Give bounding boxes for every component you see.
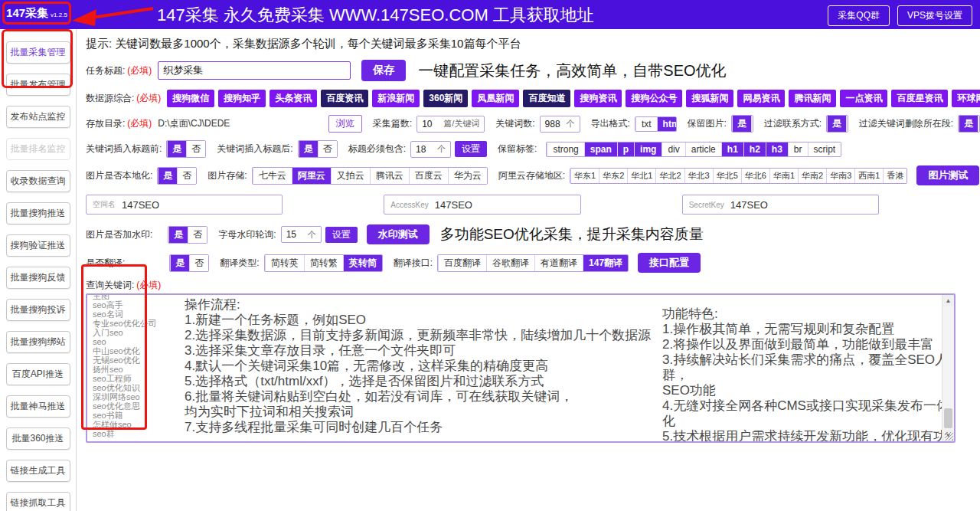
sidebar-item[interactable]: 批量排名监控 [6, 138, 70, 160]
translate-option[interactable]: 是 [170, 255, 189, 271]
image-storage-provider[interactable]: 腾讯云 [370, 168, 409, 184]
resize-grip-icon[interactable] [945, 432, 953, 441]
scroll-up-icon[interactable]: ▲ [942, 295, 954, 306]
filter-contact-option[interactable]: 否 [846, 116, 848, 132]
sidebar-item[interactable]: 收录数据查询 [6, 170, 70, 192]
sidebar-item[interactable]: 批量采集管理 [6, 41, 70, 64]
data-source-tag[interactable]: 腾讯新闻 [789, 90, 836, 107]
translate-api-option[interactable]: 百度翻译 [438, 255, 486, 271]
image-test-button[interactable]: 图片测试 [916, 165, 979, 185]
insert-after-option[interactable]: 否 [318, 141, 337, 157]
task-title-input[interactable] [158, 61, 351, 80]
insert-before-option[interactable]: 否 [186, 141, 205, 157]
filter-keyword-option[interactable]: 是 [959, 116, 978, 132]
image-storage-provider[interactable]: 华为云 [448, 168, 487, 184]
image-storage-provider[interactable]: 七牛云 [253, 168, 292, 184]
keep-tag-option[interactable]: img [634, 142, 662, 156]
sidebar-item[interactable]: 批量发布管理 [6, 74, 70, 96]
keep-tag-option[interactable]: h2 [743, 142, 766, 156]
sidebar-item[interactable]: 批量360推送 [6, 427, 70, 450]
data-source-tag[interactable]: 网易资讯 [737, 90, 785, 107]
data-source-tag[interactable]: 环球网 [952, 90, 980, 107]
storage-region-option[interactable]: 华北2 [655, 169, 684, 183]
sidebar-item[interactable]: 链接生成工具 [6, 460, 70, 482]
credential-input[interactable]: 空间名 147SEO [86, 195, 283, 215]
keep-tag-option[interactable]: script [808, 142, 841, 156]
scrollbar-thumb[interactable] [944, 408, 952, 428]
data-source-tag[interactable]: 百度星资讯 [891, 90, 948, 107]
scrollbar-track[interactable]: ▲ ▼ [942, 295, 954, 441]
translate-api-option[interactable]: 谷歌翻译 [486, 255, 534, 271]
watermark-option[interactable]: 否 [188, 227, 207, 243]
pages-count-input[interactable]: 10 篇/关键词 [416, 116, 485, 133]
storage-region-option[interactable]: 华北3 [684, 169, 713, 183]
data-source-tag[interactable]: 搜狗资讯 [574, 90, 622, 107]
browse-button[interactable]: 浏览 [328, 115, 362, 133]
filter-contact-option[interactable]: 是 [827, 116, 846, 132]
keep-tag-option[interactable]: span [584, 142, 617, 156]
data-source-tag[interactable]: 百度知道 [523, 90, 570, 107]
keep-tag-option[interactable]: strong [547, 142, 583, 156]
data-source-tag[interactable]: 搜狗知乎 [218, 90, 266, 107]
image-storage-provider[interactable]: 又拍云 [331, 168, 370, 184]
data-source-tag[interactable]: 头条资讯 [270, 90, 317, 107]
keep-tag-option[interactable]: p [617, 142, 634, 156]
image-localize-option[interactable]: 否 [177, 168, 196, 184]
keep-image-option[interactable]: 是 [732, 116, 751, 132]
credential-input[interactable]: SecretKey 147SEO [682, 195, 879, 215]
storage-region-option[interactable]: 华北6 [741, 169, 769, 183]
export-format-option[interactable]: html [657, 117, 677, 131]
data-source-tag[interactable]: 百度资讯 [321, 90, 368, 107]
translate-api-option[interactable]: 有道翻译 [534, 255, 583, 271]
sidebar-item[interactable]: 搜狗验证推送 [6, 234, 70, 257]
data-source-tag[interactable]: 搜狗公众号 [626, 90, 682, 107]
sidebar-item[interactable]: 百度API推送 [6, 363, 70, 385]
keep-tag-option[interactable]: h3 [766, 142, 788, 156]
credential-input[interactable]: AccessKey 147SEO [384, 195, 580, 215]
data-source-tag[interactable]: 搜狐新闻 [686, 90, 733, 107]
keep-tag-option[interactable]: br [788, 142, 808, 156]
translate-type-option[interactable]: 英转简 [343, 255, 382, 271]
sidebar-item[interactable]: 批量搜狗反馈 [6, 267, 70, 289]
translate-type-option[interactable]: 简转繁 [304, 255, 343, 271]
insert-before-option[interactable]: 是 [167, 141, 186, 157]
translate-option[interactable]: 否 [189, 255, 208, 271]
sidebar-item[interactable]: 批量搜狗投诉 [6, 299, 70, 321]
data-source-tag[interactable]: 凤凰新闻 [472, 90, 519, 107]
save-button[interactable]: 保存 [361, 60, 406, 81]
sidebar-item[interactable]: 批量搜狗推送 [6, 202, 70, 224]
image-storage-provider[interactable]: 百度云 [409, 168, 448, 184]
storage-region-option[interactable]: 华东1 [570, 169, 599, 183]
export-format-option[interactable]: txt [635, 117, 657, 131]
keep-tag-option[interactable]: article [685, 142, 721, 156]
storage-region-option[interactable]: 华北1 [627, 169, 655, 183]
sidebar-item[interactable]: 发布站点监控 [6, 106, 70, 128]
qq-group-button[interactable]: 采集QQ群 [828, 5, 890, 26]
watermark-test-button[interactable]: 水印测试 [367, 224, 430, 244]
storage-region-option[interactable]: 华北5 [713, 169, 741, 183]
storage-region-option[interactable]: 华南3 [826, 169, 854, 183]
storage-region-option[interactable]: 西南1 [854, 169, 883, 183]
sidebar-item[interactable]: 批量神马推送 [6, 395, 70, 418]
image-localize-option[interactable]: 是 [158, 168, 177, 184]
keep-tag-option[interactable]: h1 [721, 142, 743, 156]
sidebar-item[interactable]: 批量搜狗绑站 [6, 331, 70, 353]
storage-region-option[interactable]: 华东2 [599, 169, 627, 183]
translate-api-option[interactable]: 147翻译 [583, 255, 628, 271]
storage-region-option[interactable]: 华南1 [769, 169, 798, 183]
watermark-size-input[interactable]: 15 个 [281, 226, 322, 243]
data-source-tag[interactable]: 一点资讯 [840, 90, 887, 107]
watermark-set-button[interactable]: 设置 [325, 227, 358, 243]
translate-type-option[interactable]: 简转英 [265, 255, 304, 271]
sidebar-item[interactable]: 链接抓取工具 [6, 492, 70, 511]
keep-tag-option[interactable]: div [662, 142, 684, 156]
storage-region-option[interactable]: 华南2 [798, 169, 826, 183]
keyword-count-input[interactable]: 988 个 [540, 116, 580, 133]
image-storage-provider[interactable]: 阿里云 [292, 168, 331, 184]
vps-dial-settings-button[interactable]: VPS拨号设置 [897, 5, 972, 26]
api-config-button[interactable]: 接口配置 [638, 253, 701, 273]
data-source-tag[interactable]: 360新闻 [423, 90, 468, 107]
storage-region-option[interactable]: 香港 [883, 169, 906, 183]
watermark-option[interactable]: 是 [168, 227, 188, 243]
data-source-tag[interactable]: 新浪新闻 [372, 90, 420, 107]
